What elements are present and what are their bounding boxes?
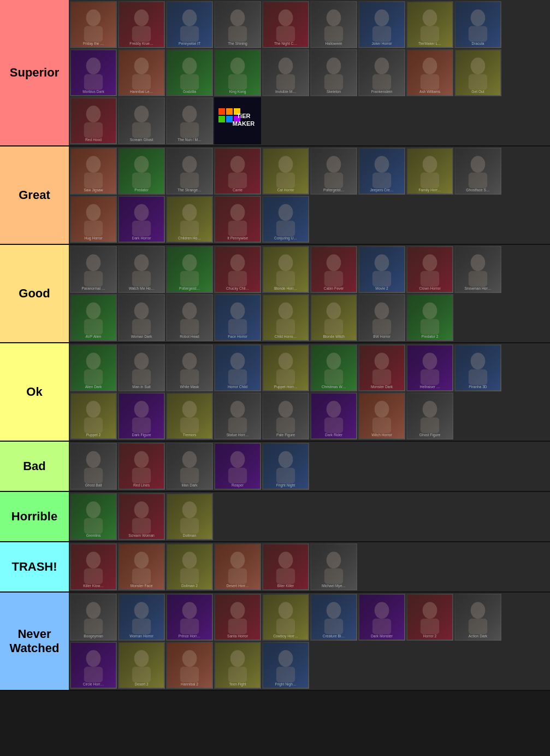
movie-cell[interactable]: Dark Figure <box>118 392 165 439</box>
movie-cell[interactable]: Desert 2 <box>118 642 165 689</box>
movie-cell[interactable]: Snowman Hor… <box>454 246 501 293</box>
movie-cell[interactable]: Freddy Krue… <box>118 1 165 48</box>
movie-cell[interactable]: King Kong <box>214 49 261 96</box>
movie-cell[interactable]: Morbius Dark <box>70 49 117 96</box>
movie-cell[interactable]: Ghost Figure <box>406 392 453 439</box>
movie-cell[interactable]: Pale Figure <box>262 392 309 439</box>
movie-cell[interactable]: Scream Woman <box>118 493 165 540</box>
movie-cell[interactable]: Predator <box>118 148 165 195</box>
movie-cell[interactable]: Gremlins <box>70 493 117 540</box>
movie-cell[interactable]: Ghost Ball <box>70 443 117 490</box>
movie-cell[interactable]: Hannibal Le… <box>118 49 165 96</box>
movie-cell[interactable]: Invisible M… <box>262 49 309 96</box>
movie-cell[interactable]: Dark Horror <box>118 196 165 243</box>
movie-cell[interactable]: AVP Alien <box>70 294 117 341</box>
movie-cell[interactable]: Watch Me Ho… <box>118 246 165 293</box>
movie-cell[interactable]: Jeepers Cre… <box>358 148 405 195</box>
svg-point-166 <box>134 204 149 221</box>
movie-cell[interactable]: Fright Nigh… <box>262 642 309 689</box>
movie-cell[interactable]: Hellraiser … <box>406 344 453 391</box>
movie-cell[interactable]: Robot Head <box>166 294 213 341</box>
movie-cell[interactable]: Man Dark <box>166 443 213 490</box>
movie-cell[interactable]: Hug Horror <box>70 196 117 243</box>
movie-cell[interactable]: Horror Child <box>214 344 261 391</box>
movie-cell[interactable]: Monster Face <box>118 543 165 590</box>
movie-cell[interactable]: BW Horror <box>358 294 405 341</box>
movie-cell[interactable]: Paranormal … <box>70 246 117 293</box>
movie-cell[interactable]: Carrie <box>214 148 261 195</box>
movie-cell[interactable]: Dark Monster <box>358 594 405 641</box>
movie-cell[interactable]: Clown Horror <box>406 246 453 293</box>
movie-cell[interactable]: Dollman <box>166 493 213 540</box>
movie-cell[interactable]: Circle Horr… <box>70 642 117 689</box>
movie-cell[interactable]: Dracula <box>454 1 501 48</box>
movie-cell[interactable]: Red Hood <box>70 97 117 144</box>
movie-cell[interactable]: Scream Ghost <box>118 97 165 144</box>
movie-cell[interactable]: Michael Mye… <box>310 543 357 590</box>
movie-cell[interactable]: Halloween <box>310 1 357 48</box>
svg-text:Man in Suit: Man in Suit <box>132 385 150 389</box>
movie-cell[interactable]: Man in Suit <box>118 344 165 391</box>
movie-cell[interactable]: Ghostface S… <box>454 148 501 195</box>
movie-cell[interactable]: Ash Williams <box>406 49 453 96</box>
movie-cell[interactable]: Creature Bl… <box>310 594 357 641</box>
movie-cell[interactable]: The Nun / M… <box>166 97 213 144</box>
movie-cell[interactable]: Horror 2 <box>406 594 453 641</box>
movie-cell[interactable]: Prince Horr… <box>166 594 213 641</box>
movie-cell[interactable]: Fright Night <box>262 443 309 490</box>
movie-cell[interactable]: Pennywise IT <box>166 1 213 48</box>
movie-cell[interactable]: Hannibal 2 <box>166 642 213 689</box>
movie-cell[interactable]: Red Lines <box>118 443 165 490</box>
movie-cell[interactable]: Piranha 3D <box>454 344 501 391</box>
movie-cell[interactable]: TierMaker L… <box>406 1 453 48</box>
movie-cell[interactable]: Movie 2 <box>358 246 405 293</box>
movie-placeholder: Ash Williams <box>406 49 453 96</box>
movie-cell[interactable]: Christmas W… <box>310 344 357 391</box>
movie-cell[interactable]: Cat Horror <box>262 148 309 195</box>
movie-cell[interactable]: Woman Horror <box>118 594 165 641</box>
movie-cell[interactable]: It Pennywise <box>214 196 261 243</box>
movie-cell[interactable]: Get Out <box>454 49 501 96</box>
movie-cell[interactable]: Children Ho… <box>166 196 213 243</box>
movie-cell[interactable]: Family Horr… <box>406 148 453 195</box>
movie-cell[interactable]: Joker Horror <box>358 1 405 48</box>
movie-cell[interactable]: Cabin Fever <box>310 246 357 293</box>
movie-cell[interactable]: The Shining <box>214 1 261 48</box>
movie-cell[interactable]: Conjuring U… <box>262 196 309 243</box>
movie-cell[interactable]: Face Horror <box>214 294 261 341</box>
movie-cell[interactable]: Godzilla <box>166 49 213 96</box>
movie-cell[interactable]: Killer Klow… <box>70 543 117 590</box>
movie-cell[interactable]: Alien Dark <box>70 344 117 391</box>
movie-cell[interactable]: Witch Horror <box>358 392 405 439</box>
movie-cell[interactable]: White Mask <box>166 344 213 391</box>
movie-cell[interactable]: Friday the … <box>70 1 117 48</box>
movie-cell[interactable]: Dark Rider <box>310 392 357 439</box>
movie-cell[interactable]: Reaper <box>214 443 261 490</box>
movie-cell[interactable]: Poltergeist… <box>310 148 357 195</box>
movie-cell[interactable]: Poltergeist… <box>166 246 213 293</box>
movie-cell[interactable]: Desert Horr… <box>214 543 261 590</box>
movie-cell[interactable]: Statue Horr… <box>214 392 261 439</box>
movie-cell[interactable]: Frankenstein <box>358 49 405 96</box>
movie-cell[interactable]: Action Dark <box>454 594 501 641</box>
movie-cell[interactable]: Tremors <box>166 392 213 439</box>
movie-cell[interactable]: Cowboy Horr… <box>262 594 309 641</box>
movie-cell[interactable]: Monster Dark <box>358 344 405 391</box>
movie-cell[interactable]: Teen Fight <box>214 642 261 689</box>
movie-cell[interactable]: Biter Killer <box>262 543 309 590</box>
movie-cell[interactable]: Skeleton <box>310 49 357 96</box>
movie-cell[interactable]: Blonde Horr… <box>262 246 309 293</box>
movie-cell[interactable]: Predator 2 <box>406 294 453 341</box>
movie-cell[interactable]: Boogeyman <box>70 594 117 641</box>
movie-cell[interactable]: Dollman 2 <box>166 543 213 590</box>
movie-cell[interactable]: Santa Horror <box>214 594 261 641</box>
movie-cell[interactable]: The Strange… <box>166 148 213 195</box>
movie-cell[interactable]: Blonde Witch <box>310 294 357 341</box>
movie-cell[interactable]: Puppet Horr… <box>262 344 309 391</box>
movie-cell[interactable]: Child Horro… <box>262 294 309 341</box>
movie-cell[interactable]: The Night C… <box>262 1 309 48</box>
movie-cell[interactable]: Puppet 2 <box>70 392 117 439</box>
movie-cell[interactable]: Saw Jigsaw <box>70 148 117 195</box>
movie-cell[interactable]: Woman Dark <box>118 294 165 341</box>
movie-cell[interactable]: Chucky Chil… <box>214 246 261 293</box>
